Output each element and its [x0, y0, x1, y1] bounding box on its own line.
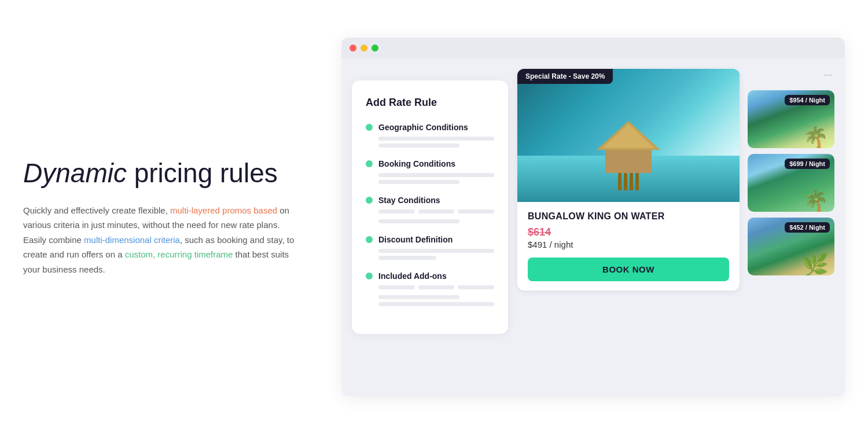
- hut-body: [605, 150, 652, 173]
- side-card-3[interactable]: 🌿 $452 / Night: [748, 218, 834, 275]
- hotel-main-card: Special Rate - Save 20% BUNGALOW KING ON…: [517, 69, 740, 290]
- rule-lines-geographic: [366, 137, 494, 148]
- rule-dot-discount: [366, 236, 373, 243]
- rate-rule-card: Add Rate Rule Geographic Conditions: [352, 80, 508, 334]
- side-card-1[interactable]: 🌴 $954 / Night: [748, 90, 834, 148]
- rule-line: [418, 285, 455, 289]
- rule-dot-stay: [366, 197, 373, 204]
- right-section: Add Rate Rule Geographic Conditions: [324, 38, 845, 396]
- price-current: $491 / night: [528, 240, 729, 249]
- rule-item-stay: Stay Conditions: [366, 196, 494, 223]
- browser-titlebar: [341, 38, 845, 58]
- rule-lines-booking: [366, 173, 494, 184]
- special-rate-badge: Special Rate - Save 20%: [517, 69, 613, 84]
- rule-line: [418, 209, 455, 214]
- rule-label-discount: Discount Definition: [378, 235, 453, 244]
- rule-item-booking: Booking Conditions: [366, 159, 494, 184]
- page-wrapper: Dynamic pricing rules Quickly and effect…: [0, 0, 868, 434]
- heading-rest: pricing rules: [127, 158, 278, 188]
- rule-line: [378, 249, 494, 253]
- left-section: Dynamic pricing rules Quickly and effect…: [23, 157, 324, 277]
- side-cards: ··· 🌴 $954 / Night 🌴: [748, 69, 834, 290]
- palm-deco-1: 🌴: [803, 127, 829, 148]
- rule-item-header-stay: Stay Conditions: [366, 196, 494, 205]
- side-card-price-badge-3: $452 / Night: [785, 222, 830, 233]
- rule-item-header-booking: Booking Conditions: [366, 159, 494, 168]
- side-card-2[interactable]: 🌴 $699 / Night: [748, 154, 834, 212]
- book-now-button[interactable]: BOOK NOW: [528, 258, 729, 281]
- hotel-info: BUNGALOW KING ON WATER $614 $491 / night…: [517, 202, 740, 290]
- rule-dot-geographic: [366, 124, 373, 131]
- rule-dot-booking: [366, 160, 373, 167]
- rule-lines-row: [378, 209, 494, 216]
- hut-pillars: [618, 173, 639, 190]
- browser-dot-yellow: [361, 45, 367, 52]
- desc-highlight-blue: multi-dimensional criteria: [84, 235, 180, 245]
- rule-item-geographic: Geographic Conditions: [366, 123, 494, 148]
- browser-dot-green: [372, 45, 378, 52]
- rule-label-stay: Stay Conditions: [378, 196, 440, 205]
- rule-item-header-addons: Included Add-ons: [366, 271, 494, 281]
- rule-label-addons: Included Add-ons: [378, 271, 447, 281]
- rule-dot-addons: [366, 273, 373, 279]
- rule-lines-discount: [366, 249, 494, 260]
- rule-line: [378, 256, 436, 260]
- rule-line: [378, 173, 494, 177]
- rule-lines-stay: [366, 209, 494, 223]
- rule-line: [378, 180, 459, 184]
- pillar: [635, 173, 639, 190]
- main-heading: Dynamic pricing rules: [23, 157, 301, 189]
- heading-italic: Dynamic: [23, 158, 127, 188]
- side-card-price-badge-1: $954 / Night: [785, 95, 830, 105]
- rule-label-booking: Booking Conditions: [378, 159, 455, 168]
- hotel-image-wrapper: Special Rate - Save 20%: [517, 69, 740, 202]
- desc-highlight-green: custom, recurring timeframe: [125, 249, 233, 259]
- card-title: Add Rate Rule: [366, 97, 494, 109]
- pillar: [618, 173, 621, 190]
- palm-deco-3: 🌿: [803, 255, 829, 275]
- rule-line: [378, 302, 494, 306]
- hotel-name: BUNGALOW KING ON WATER: [528, 211, 729, 222]
- browser-content: Add Rate Rule Geographic Conditions: [341, 58, 845, 396]
- rule-line: [378, 295, 459, 299]
- palm-deco-2: 🌴: [803, 191, 829, 212]
- rule-line: [378, 285, 415, 289]
- rule-label-geographic: Geographic Conditions: [378, 123, 468, 132]
- rule-line: [458, 209, 494, 214]
- pillar: [624, 173, 627, 190]
- hotel-section: Special Rate - Save 20% BUNGALOW KING ON…: [517, 69, 834, 290]
- pillar: [630, 173, 633, 190]
- hotel-image: [517, 69, 740, 202]
- desc-highlight-multi: multi-layered promos based: [170, 205, 277, 215]
- rule-line: [458, 285, 494, 289]
- price-original: $614: [528, 226, 729, 238]
- rule-item-header-geographic: Geographic Conditions: [366, 123, 494, 132]
- hut-illustration: [597, 121, 660, 190]
- rule-lines-addons: [366, 285, 494, 306]
- description: Quickly and effectively create flexible,…: [23, 203, 301, 277]
- browser-dot-red: [350, 45, 356, 52]
- rule-item-addons: Included Add-ons: [366, 271, 494, 306]
- rule-line: [378, 219, 459, 223]
- rule-item-discount: Discount Definition: [366, 235, 494, 260]
- rule-lines-row: [378, 285, 494, 292]
- browser-window: Add Rate Rule Geographic Conditions: [341, 38, 845, 396]
- dots-menu: ···: [748, 69, 834, 81]
- rule-line: [378, 137, 494, 141]
- side-card-price-badge-2: $699 / Night: [785, 159, 830, 169]
- rule-line: [378, 144, 459, 148]
- rule-item-header-discount: Discount Definition: [366, 235, 494, 244]
- rule-line: [378, 209, 415, 214]
- hut-roof: [597, 121, 660, 150]
